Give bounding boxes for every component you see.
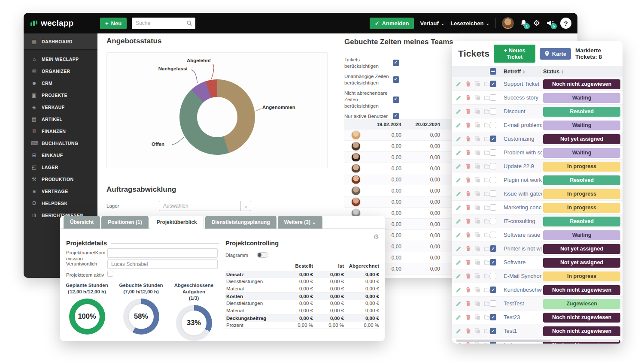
copy-ticket-icon[interactable] (474, 300, 481, 307)
copy-ticket-icon[interactable] (474, 328, 481, 335)
ticket-subject[interactable]: Issue with gatew (504, 190, 542, 197)
copy-ticket-icon[interactable] (474, 314, 481, 321)
ticket-subject[interactable]: TestTest (504, 300, 542, 307)
tab-dienstleistungsplanung[interactable]: Dienstleistungsplanung (205, 216, 276, 229)
copy-ticket-icon[interactable] (474, 245, 481, 252)
edit-ticket-icon[interactable] (456, 328, 462, 335)
notifications-button[interactable]: 1 (520, 19, 527, 27)
edit-ticket-icon[interactable] (456, 287, 462, 293)
copy-ticket-icon[interactable] (474, 163, 481, 170)
copy-ticket-icon[interactable] (474, 81, 481, 87)
delete-ticket-icon[interactable] (465, 245, 472, 252)
gear-icon[interactable]: ⚙ (533, 19, 540, 27)
ticket-subject[interactable]: Discount (504, 108, 542, 115)
edit-ticket-icon[interactable] (456, 122, 462, 129)
sidebar-item-lager[interactable]: ◰ LAGER (24, 161, 97, 173)
tab-positionen[interactable]: Positionen (1) (101, 216, 148, 229)
tab-weitere[interactable]: Weitere (3) ⌄ (278, 216, 323, 229)
neu-button[interactable]: + Neu (100, 18, 127, 29)
panel-gear-icon[interactable]: ⚙ (374, 233, 379, 241)
anmelden-button[interactable]: ✓ Anmelden (370, 18, 414, 29)
ticket-checkbox[interactable] (490, 177, 496, 183)
sidebar-item-vertraege[interactable]: ≡ VERTRÄGE (24, 185, 97, 197)
ticket-checkbox[interactable] (490, 122, 496, 128)
edit-ticket-icon[interactable] (456, 94, 462, 101)
copy-ticket-icon[interactable] (474, 136, 481, 142)
column-status[interactable]: Status▴▾ (543, 69, 563, 75)
sidebar-item-artikel[interactable]: ▤ ARTIKEL (24, 113, 97, 125)
delete-ticket-icon[interactable] (465, 122, 472, 129)
edit-ticket-icon[interactable] (456, 218, 462, 225)
copy-ticket-icon[interactable] (474, 259, 481, 266)
ticket-checkbox[interactable] (490, 163, 496, 169)
ticket-subject[interactable]: Customizing (504, 136, 542, 142)
delete-ticket-icon[interactable] (465, 218, 472, 225)
delete-ticket-icon[interactable] (465, 190, 472, 197)
ticket-checkbox[interactable] (490, 94, 496, 101)
delete-ticket-icon[interactable] (465, 108, 472, 115)
copy-ticket-icon[interactable] (474, 218, 481, 225)
ticket-checkbox[interactable] (490, 81, 496, 87)
delete-ticket-icon[interactable] (465, 287, 472, 293)
filter-checkbox[interactable] (393, 97, 399, 103)
delete-ticket-icon[interactable] (465, 232, 472, 238)
copy-ticket-icon[interactable] (474, 232, 481, 238)
edit-ticket-icon[interactable] (456, 81, 462, 87)
angebotsstatus-donut[interactable] (179, 79, 255, 155)
delete-ticket-icon[interactable] (465, 94, 472, 101)
edit-ticket-icon[interactable] (456, 204, 462, 211)
copy-ticket-icon[interactable] (474, 190, 481, 197)
ticket-checkbox[interactable] (490, 218, 496, 224)
edit-ticket-icon[interactable] (456, 163, 462, 170)
tab-projektueberblick[interactable]: Projektüberblick (150, 216, 204, 229)
select-all-checkbox[interactable] (490, 68, 496, 75)
edit-ticket-icon[interactable] (456, 108, 462, 115)
projektteam-checkbox[interactable] (107, 271, 113, 277)
ticket-subject[interactable]: Test23 (504, 314, 542, 320)
ticket-subject[interactable]: IT-consulting (504, 218, 542, 224)
ticket-subject[interactable]: Success story (504, 94, 542, 101)
ticket-checkbox[interactable] (490, 245, 496, 252)
ticket-checkbox[interactable] (490, 136, 496, 142)
ticket-checkbox[interactable] (490, 259, 496, 265)
sidebar-item-einkauf[interactable]: ⊟ EINKAUF (24, 149, 97, 161)
horizontal-scrollbar[interactable] (456, 339, 619, 342)
ticket-checkbox[interactable] (490, 204, 496, 211)
karte-button[interactable]: Karte (540, 48, 571, 60)
ticket-subject[interactable]: E-mail problems (504, 122, 542, 128)
ticket-checkbox[interactable] (490, 300, 496, 307)
ticket-subject[interactable]: Update 22.9 (504, 163, 542, 169)
sidebar-item-helpdesk[interactable]: Ω HELPDESK (24, 197, 97, 209)
copy-ticket-icon[interactable] (474, 122, 481, 129)
delete-ticket-icon[interactable] (465, 81, 472, 87)
ticket-subject[interactable]: Printer is not wo (504, 245, 542, 252)
delete-ticket-icon[interactable] (465, 163, 472, 170)
delete-ticket-icon[interactable] (465, 314, 472, 321)
copy-ticket-icon[interactable] (474, 273, 481, 280)
delete-ticket-icon[interactable] (465, 177, 472, 184)
lesezeichen-menu[interactable]: Lesezeichen⌄ (450, 20, 489, 27)
ticket-subject[interactable]: Support Ticket (504, 81, 542, 87)
ticket-subject[interactable]: Kundenbeschwe (504, 287, 542, 293)
scrollbar-thumb[interactable] (456, 340, 551, 342)
ticket-subject[interactable]: Problem with sca (504, 149, 542, 156)
copy-ticket-icon[interactable] (474, 204, 481, 211)
ticket-checkbox[interactable] (490, 190, 496, 197)
delete-ticket-icon[interactable] (465, 328, 472, 335)
delete-ticket-icon[interactable] (465, 259, 472, 266)
sidebar-item-organizer[interactable]: ✉ ORGANIZER (24, 65, 97, 77)
delete-ticket-icon[interactable] (465, 149, 472, 156)
edit-ticket-icon[interactable] (456, 273, 462, 280)
ticket-checkbox[interactable] (490, 232, 496, 238)
neues-ticket-button[interactable]: + Neues Ticket (494, 45, 535, 63)
sidebar-item-mein-weclapp[interactable]: ⌂ MEIN WECLAPP (24, 53, 97, 65)
edit-ticket-icon[interactable] (456, 177, 462, 184)
edit-ticket-icon[interactable] (456, 232, 462, 238)
sidebar-item-projekte[interactable]: ▣ PROJEKTE (24, 89, 97, 101)
search-input[interactable] (132, 18, 195, 29)
edit-ticket-icon[interactable] (456, 314, 462, 321)
help-button[interactable]: ? (560, 18, 571, 29)
edit-ticket-icon[interactable] (456, 190, 462, 197)
ticket-checkbox[interactable] (490, 287, 496, 293)
announcements-button[interactable]: 5 (546, 19, 554, 27)
